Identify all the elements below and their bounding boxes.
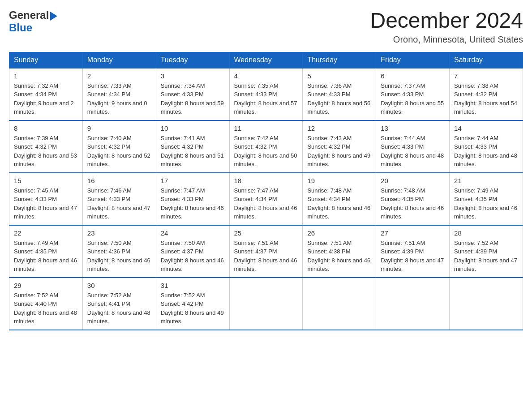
calendar-cell: 24Sunrise: 7:50 AMSunset: 4:37 PMDayligh… bbox=[156, 225, 229, 278]
day-info: Sunrise: 7:51 AMSunset: 4:38 PMDaylight:… bbox=[307, 239, 371, 274]
calendar-week-row: 22Sunrise: 7:49 AMSunset: 4:35 PMDayligh… bbox=[9, 225, 523, 278]
day-info: Sunrise: 7:40 AMSunset: 4:32 PMDaylight:… bbox=[87, 134, 151, 169]
calendar-cell: 27Sunrise: 7:51 AMSunset: 4:39 PMDayligh… bbox=[376, 225, 450, 278]
calendar-cell: 22Sunrise: 7:49 AMSunset: 4:35 PMDayligh… bbox=[9, 225, 83, 278]
day-number: 13 bbox=[381, 124, 445, 132]
day-info: Sunrise: 7:45 AMSunset: 4:33 PMDaylight:… bbox=[14, 186, 78, 221]
day-number: 6 bbox=[381, 72, 445, 80]
day-info: Sunrise: 7:44 AMSunset: 4:33 PMDaylight:… bbox=[454, 134, 518, 169]
day-info: Sunrise: 7:41 AMSunset: 4:32 PMDaylight:… bbox=[161, 134, 225, 169]
day-info: Sunrise: 7:49 AMSunset: 4:35 PMDaylight:… bbox=[454, 186, 518, 221]
day-number: 5 bbox=[307, 72, 371, 80]
day-number: 14 bbox=[454, 124, 518, 132]
calendar-cell: 3Sunrise: 7:34 AMSunset: 4:33 PMDaylight… bbox=[156, 68, 229, 120]
day-info: Sunrise: 7:52 AMSunset: 4:42 PMDaylight:… bbox=[161, 291, 225, 326]
calendar-table: Sunday Monday Tuesday Wednesday Thursday… bbox=[9, 52, 523, 330]
calendar-week-row: 8Sunrise: 7:39 AMSunset: 4:32 PMDaylight… bbox=[9, 120, 523, 173]
logo: General Blue bbox=[9, 9, 59, 34]
calendar-week-row: 15Sunrise: 7:45 AMSunset: 4:33 PMDayligh… bbox=[9, 173, 523, 225]
calendar-cell: 1Sunrise: 7:32 AMSunset: 4:34 PMDaylight… bbox=[9, 68, 83, 120]
day-number: 26 bbox=[307, 229, 371, 237]
day-info: Sunrise: 7:48 AMSunset: 4:34 PMDaylight:… bbox=[307, 186, 371, 221]
calendar-cell: 9Sunrise: 7:40 AMSunset: 4:32 PMDaylight… bbox=[82, 120, 156, 173]
calendar-cell: 6Sunrise: 7:37 AMSunset: 4:33 PMDaylight… bbox=[376, 68, 450, 120]
day-info: Sunrise: 7:34 AMSunset: 4:33 PMDaylight:… bbox=[161, 81, 225, 116]
calendar-cell: 23Sunrise: 7:50 AMSunset: 4:36 PMDayligh… bbox=[82, 225, 156, 278]
day-number: 2 bbox=[87, 72, 151, 80]
logo-triangle-icon bbox=[50, 12, 57, 21]
day-number: 27 bbox=[381, 229, 445, 237]
day-number: 15 bbox=[14, 177, 78, 184]
day-info: Sunrise: 7:39 AMSunset: 4:32 PMDaylight:… bbox=[14, 134, 78, 169]
calendar-cell: 11Sunrise: 7:42 AMSunset: 4:32 PMDayligh… bbox=[229, 120, 303, 173]
calendar-cell: 10Sunrise: 7:41 AMSunset: 4:32 PMDayligh… bbox=[156, 120, 229, 173]
day-number: 22 bbox=[14, 229, 78, 237]
day-number: 24 bbox=[161, 229, 225, 237]
header-saturday: Saturday bbox=[450, 52, 523, 68]
calendar-cell bbox=[376, 278, 450, 330]
calendar-cell: 12Sunrise: 7:43 AMSunset: 4:32 PMDayligh… bbox=[303, 120, 376, 173]
day-number: 18 bbox=[234, 177, 298, 184]
day-number: 9 bbox=[87, 124, 151, 132]
day-info: Sunrise: 7:46 AMSunset: 4:33 PMDaylight:… bbox=[87, 186, 151, 221]
day-number: 31 bbox=[161, 282, 225, 289]
calendar-cell: 26Sunrise: 7:51 AMSunset: 4:38 PMDayligh… bbox=[303, 225, 376, 278]
calendar-cell bbox=[229, 278, 303, 330]
title-section: December 2024 Orono, Minnesota, United S… bbox=[370, 9, 523, 45]
day-info: Sunrise: 7:48 AMSunset: 4:35 PMDaylight:… bbox=[381, 186, 445, 221]
day-info: Sunrise: 7:36 AMSunset: 4:33 PMDaylight:… bbox=[307, 81, 371, 116]
header-monday: Monday bbox=[82, 52, 156, 68]
day-number: 12 bbox=[307, 124, 371, 132]
calendar-cell: 29Sunrise: 7:52 AMSunset: 4:40 PMDayligh… bbox=[9, 278, 83, 330]
page-header: General Blue December 2024 Orono, Minnes… bbox=[9, 9, 523, 45]
header-thursday: Thursday bbox=[303, 52, 376, 68]
day-info: Sunrise: 7:50 AMSunset: 4:37 PMDaylight:… bbox=[161, 239, 225, 274]
calendar-cell: 21Sunrise: 7:49 AMSunset: 4:35 PMDayligh… bbox=[450, 173, 523, 225]
calendar-cell: 2Sunrise: 7:33 AMSunset: 4:34 PMDaylight… bbox=[82, 68, 156, 120]
day-number: 19 bbox=[307, 177, 371, 184]
calendar-cell: 31Sunrise: 7:52 AMSunset: 4:42 PMDayligh… bbox=[156, 278, 229, 330]
day-info: Sunrise: 7:47 AMSunset: 4:34 PMDaylight:… bbox=[234, 186, 298, 221]
day-number: 11 bbox=[234, 124, 298, 132]
day-number: 28 bbox=[454, 229, 518, 237]
day-info: Sunrise: 7:43 AMSunset: 4:32 PMDaylight:… bbox=[307, 134, 371, 169]
header-sunday: Sunday bbox=[9, 52, 83, 68]
calendar-header-row: Sunday Monday Tuesday Wednesday Thursday… bbox=[9, 52, 523, 68]
calendar-cell: 7Sunrise: 7:38 AMSunset: 4:32 PMDaylight… bbox=[450, 68, 523, 120]
day-info: Sunrise: 7:49 AMSunset: 4:35 PMDaylight:… bbox=[14, 239, 78, 274]
calendar-cell: 19Sunrise: 7:48 AMSunset: 4:34 PMDayligh… bbox=[303, 173, 376, 225]
location-subtitle: Orono, Minnesota, United States bbox=[370, 34, 523, 45]
day-info: Sunrise: 7:42 AMSunset: 4:32 PMDaylight:… bbox=[234, 134, 298, 169]
logo-general-text: General bbox=[9, 9, 49, 21]
calendar-cell: 30Sunrise: 7:52 AMSunset: 4:41 PMDayligh… bbox=[82, 278, 156, 330]
day-info: Sunrise: 7:52 AMSunset: 4:40 PMDaylight:… bbox=[14, 291, 78, 326]
calendar-week-row: 1Sunrise: 7:32 AMSunset: 4:34 PMDaylight… bbox=[9, 68, 523, 120]
logo-blue-text: Blue bbox=[9, 21, 32, 34]
calendar-cell: 14Sunrise: 7:44 AMSunset: 4:33 PMDayligh… bbox=[450, 120, 523, 173]
day-info: Sunrise: 7:51 AMSunset: 4:39 PMDaylight:… bbox=[381, 239, 445, 274]
day-info: Sunrise: 7:35 AMSunset: 4:33 PMDaylight:… bbox=[234, 81, 298, 116]
calendar-cell: 20Sunrise: 7:48 AMSunset: 4:35 PMDayligh… bbox=[376, 173, 450, 225]
day-info: Sunrise: 7:33 AMSunset: 4:34 PMDaylight:… bbox=[87, 81, 151, 116]
day-number: 1 bbox=[14, 72, 78, 80]
header-friday: Friday bbox=[376, 52, 450, 68]
calendar-cell bbox=[303, 278, 376, 330]
month-title: December 2024 bbox=[370, 9, 523, 33]
day-number: 7 bbox=[454, 72, 518, 80]
day-info: Sunrise: 7:44 AMSunset: 4:33 PMDaylight:… bbox=[381, 134, 445, 169]
day-number: 25 bbox=[234, 229, 298, 237]
day-number: 30 bbox=[87, 282, 151, 289]
day-info: Sunrise: 7:50 AMSunset: 4:36 PMDaylight:… bbox=[87, 239, 151, 274]
day-number: 10 bbox=[161, 124, 225, 132]
day-info: Sunrise: 7:37 AMSunset: 4:33 PMDaylight:… bbox=[381, 81, 445, 116]
day-info: Sunrise: 7:52 AMSunset: 4:39 PMDaylight:… bbox=[454, 239, 518, 274]
calendar-cell: 18Sunrise: 7:47 AMSunset: 4:34 PMDayligh… bbox=[229, 173, 303, 225]
day-number: 8 bbox=[14, 124, 78, 132]
calendar-cell: 16Sunrise: 7:46 AMSunset: 4:33 PMDayligh… bbox=[82, 173, 156, 225]
calendar-cell: 8Sunrise: 7:39 AMSunset: 4:32 PMDaylight… bbox=[9, 120, 83, 173]
day-number: 29 bbox=[14, 282, 78, 289]
header-wednesday: Wednesday bbox=[229, 52, 303, 68]
calendar-cell: 15Sunrise: 7:45 AMSunset: 4:33 PMDayligh… bbox=[9, 173, 83, 225]
header-tuesday: Tuesday bbox=[156, 52, 229, 68]
day-number: 20 bbox=[381, 177, 445, 184]
